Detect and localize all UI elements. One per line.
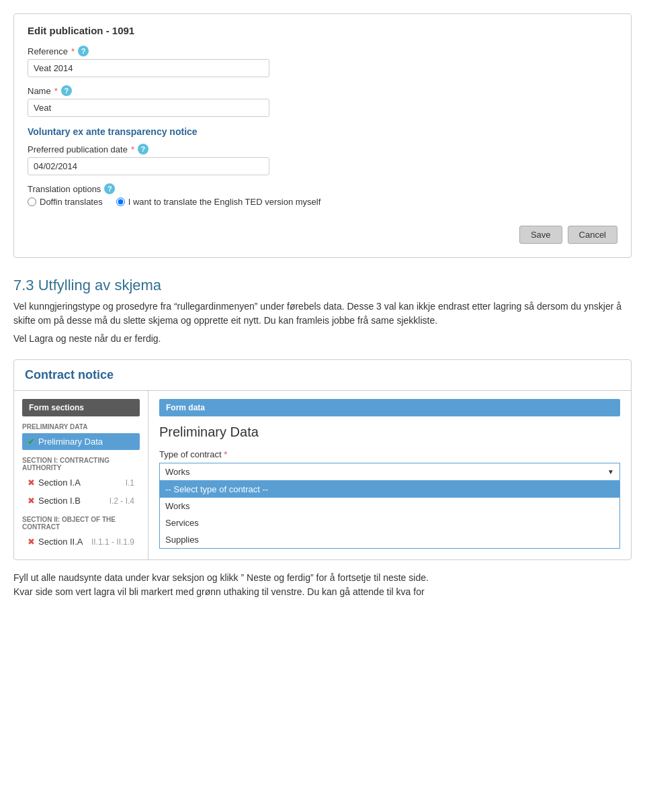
form-sections-header: Form sections bbox=[22, 399, 140, 416]
section-item-preliminary-data[interactable]: ✔ Preliminary Data bbox=[22, 433, 140, 450]
section1-group-label: SECTION I: CONTRACTING AUTHORITY bbox=[22, 457, 140, 471]
radio-doffin-input[interactable] bbox=[28, 197, 36, 206]
dropdown-option-services[interactable]: Services bbox=[160, 514, 619, 531]
reference-group: Reference * ? bbox=[28, 46, 617, 77]
section-ib-label: Section I.B bbox=[38, 496, 81, 506]
section-item-iia[interactable]: ✖ Section II.A II.1.1 - II.1.9 bbox=[22, 533, 140, 550]
section-ia-num: I.1 bbox=[126, 478, 134, 488]
contract-type-label: Type of contract * bbox=[159, 449, 620, 459]
form-data-panel: Form data Preliminary Data Type of contr… bbox=[148, 391, 631, 559]
contract-notice-box: Contract notice Form sections PRELIMINAR… bbox=[13, 359, 632, 560]
reference-label: Reference * ? bbox=[28, 46, 617, 56]
section-73-para1: Vel kunngjeringstype og prosedyre fra “r… bbox=[13, 300, 632, 328]
prelim-data-label: Preliminary Data bbox=[38, 437, 103, 447]
cancel-button[interactable]: Cancel bbox=[568, 226, 617, 244]
chevron-down-icon: ▼ bbox=[607, 468, 614, 476]
contract-type-value: Works bbox=[165, 467, 607, 477]
dropdown-option-select[interactable]: -- Select type of contract -- bbox=[160, 481, 619, 498]
radio-self[interactable]: I want to translate the English TED vers… bbox=[116, 197, 321, 207]
contract-notice-body: Form sections PRELIMINARY DATA ✔ Prelimi… bbox=[14, 391, 631, 559]
radio-doffin[interactable]: Doffin translates bbox=[28, 197, 103, 207]
bottom-text-line1: Fyll ut alle naudsynte data under kvar s… bbox=[13, 571, 632, 585]
pubdate-help-icon[interactable]: ? bbox=[138, 144, 148, 154]
pub-date-label: Preferred publication date * ? bbox=[28, 144, 617, 154]
contract-type-field-wrapper: Works ▼ -- Select type of contract -- Wo… bbox=[159, 463, 620, 549]
check-icon-prelim: ✔ bbox=[28, 437, 35, 447]
contract-type-select[interactable]: Works ▼ bbox=[159, 463, 620, 481]
x-icon-iia: ✖ bbox=[28, 537, 35, 547]
bottom-text-line2: Kvar side som vert lagra vil bli markert… bbox=[13, 585, 632, 599]
dropdown-option-supplies[interactable]: Supplies bbox=[160, 531, 619, 548]
name-input[interactable] bbox=[28, 99, 269, 117]
section2-group-label: SECTION II: OBJECT OF THE CONTRACT bbox=[22, 516, 140, 531]
section-ib-num: I.2 - I.4 bbox=[110, 496, 134, 506]
translation-group: Translation options ? Doffin translates … bbox=[28, 183, 617, 207]
pub-date-group: Preferred publication date * ? bbox=[28, 144, 617, 175]
x-icon-ia: ✖ bbox=[28, 478, 35, 488]
contract-notice-title: Contract notice bbox=[14, 360, 631, 391]
prelim-group-label: PRELIMINARY DATA bbox=[22, 423, 140, 431]
edit-publication-title: Edit publication - 1091 bbox=[28, 25, 617, 36]
edit-publication-box: Edit publication - 1091 Reference * ? Na… bbox=[13, 13, 632, 258]
x-icon-ib: ✖ bbox=[28, 496, 35, 506]
section-73-title: 7.3 Utfylling av skjema bbox=[13, 277, 632, 294]
reference-help-icon[interactable]: ? bbox=[78, 46, 89, 56]
translation-help-icon[interactable]: ? bbox=[104, 183, 115, 194]
section-iia-num: II.1.1 - II.1.9 bbox=[91, 537, 134, 547]
radio-self-input[interactable] bbox=[116, 197, 125, 206]
section-item-ia[interactable]: ✖ Section I.A I.1 bbox=[22, 474, 140, 491]
bottom-text: Fyll ut alle naudsynte data under kvar s… bbox=[13, 571, 632, 599]
name-group: Name * ? bbox=[28, 85, 617, 117]
form-data-header: Form data bbox=[159, 399, 620, 416]
section-73-heading: 7.3 Utfylling av skjema Vel kunngjerings… bbox=[13, 277, 632, 346]
translation-radio-group: Doffin translates I want to translate th… bbox=[28, 197, 617, 207]
save-button[interactable]: Save bbox=[519, 226, 562, 244]
form-sections-panel: Form sections PRELIMINARY DATA ✔ Prelimi… bbox=[14, 391, 148, 559]
voluntary-section-label: Voluntary ex ante transparency notice bbox=[28, 126, 617, 137]
section-ia-label: Section I.A bbox=[38, 478, 81, 488]
form-data-section-title: Preliminary Data bbox=[159, 424, 620, 440]
section-73-para2: Vel Lagra og neste når du er ferdig. bbox=[13, 332, 632, 346]
section-item-ib[interactable]: ✖ Section I.B I.2 - I.4 bbox=[22, 492, 140, 509]
contract-type-dropdown: -- Select type of contract -- Works Serv… bbox=[159, 481, 620, 549]
dropdown-option-works[interactable]: Works bbox=[160, 498, 619, 514]
section-iia-label: Section II.A bbox=[38, 537, 83, 547]
name-label: Name * ? bbox=[28, 85, 617, 96]
name-help-icon[interactable]: ? bbox=[61, 85, 72, 96]
translation-label: Translation options ? bbox=[28, 183, 617, 194]
reference-input[interactable] bbox=[28, 59, 269, 77]
form-actions: Save Cancel bbox=[28, 218, 617, 244]
pub-date-input[interactable] bbox=[28, 157, 269, 175]
